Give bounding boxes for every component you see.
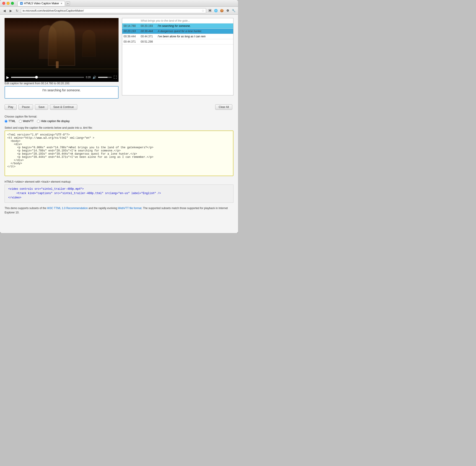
radio-ttml-label: TTML xyxy=(8,120,15,123)
radio-webvtt-label: WebVTT xyxy=(23,120,34,123)
close-button[interactable] xyxy=(2,2,5,5)
caption-row-0[interactable]: 00:14.780 00:20.193 I'm searching for so… xyxy=(122,23,233,29)
save-continue-button[interactable]: Save & Continue xyxy=(50,104,77,110)
page-content: ▶ 0:20 🔊 ⛶ Edit c xyxy=(0,15,238,233)
video-scene xyxy=(5,18,119,82)
markup-line-3: </video> xyxy=(8,196,230,200)
markup-video-tag: <video controls src="sintel_trailer-480p… xyxy=(8,187,84,191)
video-ground xyxy=(5,69,119,69)
save-button[interactable]: Save xyxy=(35,104,48,110)
caption-text-0: I'm searching for someone. xyxy=(158,24,232,28)
caption-time-end-3: 00:51.298 xyxy=(141,40,158,43)
progress-fill xyxy=(11,77,37,78)
caption-time-end-1: 00:39.444 xyxy=(141,30,158,33)
video-decoration-3 xyxy=(82,29,96,57)
radio-hide[interactable]: Hide caption file display xyxy=(37,120,70,123)
webvtt-link[interactable]: WebVTT file format xyxy=(118,207,142,210)
radio-group: TTML WebVTT Hide caption file display xyxy=(5,120,233,123)
main-layout: ▶ 0:20 🔊 ⛶ Edit c xyxy=(5,18,233,102)
controls-row: Play Pause Save Save & Continue Clear Al… xyxy=(5,104,233,113)
active-tab[interactable]: H HTML5 Video Caption Maker ✕ xyxy=(18,1,65,6)
volume-fill xyxy=(98,77,108,78)
video-character xyxy=(56,61,59,68)
caption-time-2: 00:39.444 xyxy=(123,35,141,38)
tab-favicon: H xyxy=(20,2,23,5)
play-button[interactable]: Play xyxy=(5,104,17,110)
volume-bar[interactable] xyxy=(98,77,112,78)
markup-track-tag: <track kind="captions" src="sintel_trail… xyxy=(16,192,161,195)
radio-ttml-input[interactable] xyxy=(5,120,8,123)
video-controls: ▶ 0:20 🔊 ⛶ xyxy=(5,73,119,82)
caption-text-1: A dangerous quest for a lone hunter. xyxy=(158,30,232,33)
markup-video-close: </video> xyxy=(8,196,21,199)
clear-all-button[interactable]: Clear All xyxy=(215,104,232,110)
title-bar: H HTML5 Video Caption Maker ✕ + xyxy=(0,0,238,7)
new-tab-button[interactable]: + xyxy=(66,1,70,5)
globe-icon[interactable]: 🌐 xyxy=(213,8,218,13)
caption-time-end-2: 00:44.371 xyxy=(141,35,158,38)
nav-bar: ◀ ▶ ↻ ie.microsoft.com/testdrive/Graphic… xyxy=(0,7,238,15)
code-section: Select and copy the caption file content… xyxy=(5,126,233,177)
back-button[interactable]: ◀ xyxy=(2,8,7,13)
description-text: This demo supports subsets of the W3C TT… xyxy=(5,206,233,215)
url-text: ie.microsoft.com/testdrive/Graphics/Capt… xyxy=(23,9,200,12)
wrench-icon[interactable]: 🔧 xyxy=(231,8,236,13)
markup-line-2: <track kind="captions" src="sintel_trail… xyxy=(8,191,230,196)
radio-ttml[interactable]: TTML xyxy=(5,120,15,123)
bookmark-icon[interactable]: ☆ xyxy=(202,9,205,12)
video-progress-bar[interactable] xyxy=(11,77,84,78)
right-controls: Clear All xyxy=(119,104,233,110)
radio-webvtt-input[interactable] xyxy=(19,120,22,123)
format-label: Choose caption file format: xyxy=(5,115,233,118)
edit-label: Edit caption for segment from 00:14.780 … xyxy=(5,82,119,85)
tab-bar: H HTML5 Video Caption Maker ✕ + xyxy=(18,1,236,6)
cookie-icon[interactable]: 🍪 xyxy=(219,8,224,13)
markup-line-1: <video controls src="sintel_trailer-480p… xyxy=(8,187,230,191)
minimize-button[interactable] xyxy=(7,2,10,5)
video-play-icon[interactable]: ▶ xyxy=(6,75,9,80)
settings-icon[interactable]: ⚙ xyxy=(225,8,230,13)
format-section: Choose caption file format: TTML WebVTT … xyxy=(5,115,233,123)
left-controls: Play Pause Save Save & Continue xyxy=(5,104,119,113)
video-container: ▶ 0:20 🔊 ⛶ Edit c xyxy=(5,18,119,102)
video-time: 0:20 xyxy=(86,76,91,79)
caption-text: What brings you to the land of the gate.… xyxy=(141,19,232,22)
caption-time-1: 00:20.193 xyxy=(123,30,141,33)
radio-webvtt[interactable]: WebVTT xyxy=(19,120,34,123)
edit-section: Edit caption for segment from 00:14.780 … xyxy=(5,82,119,99)
fullscreen-icon[interactable]: ⛶ xyxy=(113,75,117,79)
maximize-button[interactable] xyxy=(11,2,14,5)
caption-table: What brings you to the land of the gate.… xyxy=(122,18,233,95)
browser-window: H HTML5 Video Caption Maker ✕ + ◀ ▶ ↻ ie… xyxy=(0,0,238,233)
volume-icon[interactable]: 🔊 xyxy=(93,76,96,79)
pause-button[interactable]: Pause xyxy=(18,104,33,110)
video-player: ▶ 0:20 🔊 ⛶ xyxy=(5,18,119,82)
address-bar[interactable]: ie.microsoft.com/testdrive/Graphics/Capt… xyxy=(21,8,206,13)
markup-indent xyxy=(8,192,15,195)
desc-between: and the rapidly evolving xyxy=(88,207,118,210)
forward-button[interactable]: ▶ xyxy=(8,8,13,13)
progress-thumb xyxy=(35,76,38,79)
caption-text-2: I've been alone for as long as I can rem xyxy=(158,35,232,38)
markup-section: HTML5 <video> element with <track> eleme… xyxy=(5,180,233,203)
caption-time-0: 00:14.780 xyxy=(123,24,141,28)
code-textarea[interactable]: <?xml version="1.0" encoding="UTF-8"?> <… xyxy=(5,130,233,176)
markup-label: HTML5 <video> element with <track> eleme… xyxy=(5,180,233,183)
caption-edit-textarea[interactable]: I'm searching for someone. xyxy=(5,86,119,99)
tab-close-icon[interactable]: ✕ xyxy=(61,2,62,5)
browser-actions: H 🌐 🍪 ⚙ 🔧 xyxy=(207,8,236,13)
h-icon[interactable]: H xyxy=(207,8,212,13)
ttml-link[interactable]: W3C TTML 1.0 Recommendation xyxy=(47,207,88,210)
caption-time-3: 00:44.371 xyxy=(123,40,141,43)
caption-row-scrolled[interactable]: What brings you to the land of the gate.… xyxy=(122,18,233,23)
code-label: Select and copy the caption file content… xyxy=(5,126,233,129)
caption-row-1[interactable]: 00:20.193 00:39.444 A dangerous quest fo… xyxy=(122,29,233,34)
markup-box: <video controls src="sintel_trailer-480p… xyxy=(5,185,233,203)
caption-time-end-0: 00:20.193 xyxy=(141,24,158,28)
tab-title: HTML5 Video Caption Maker xyxy=(24,2,59,5)
caption-row-3[interactable]: 00:44.371 00:51.298 xyxy=(122,39,233,44)
reload-button[interactable]: ↻ xyxy=(15,8,20,13)
caption-row-2[interactable]: 00:39.444 00:44.371 I've been alone for … xyxy=(122,34,233,39)
radio-hide-input[interactable] xyxy=(37,120,40,123)
video-decoration-2 xyxy=(48,20,75,66)
